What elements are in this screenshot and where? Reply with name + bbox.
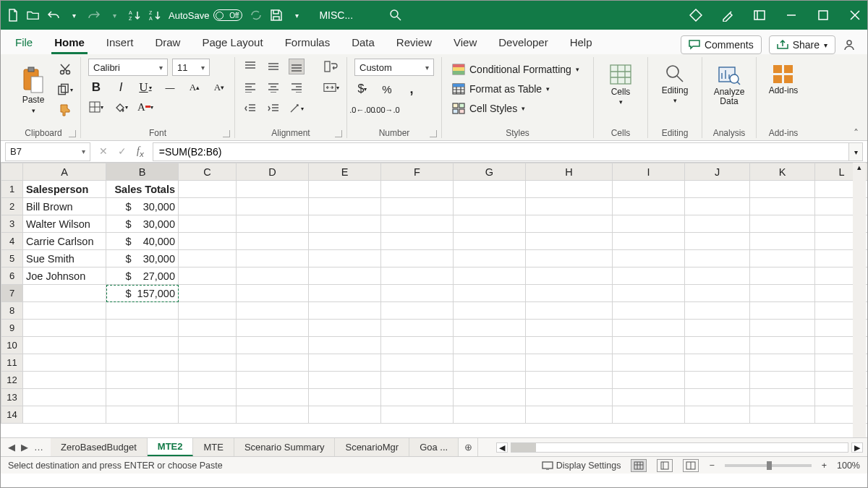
italic-button[interactable]: I xyxy=(113,80,129,95)
orientation-icon[interactable]: ▾ xyxy=(289,100,305,116)
increase-decimal-icon[interactable]: .0←.00 xyxy=(354,102,370,118)
formula-input[interactable] xyxy=(153,142,848,161)
fill-color-button[interactable]: ▾ xyxy=(113,99,129,115)
comments-button[interactable]: Comments xyxy=(681,35,762,54)
decrease-font-icon[interactable]: A▾ xyxy=(211,80,227,95)
sync-icon[interactable] xyxy=(250,9,263,22)
sheet-tab[interactable]: MTE2 xyxy=(148,438,194,456)
font-size-select[interactable]: 11▾ xyxy=(172,59,210,76)
search-icon[interactable] xyxy=(389,9,402,22)
zoom-in-button[interactable]: + xyxy=(822,461,827,471)
close-button[interactable] xyxy=(848,9,861,22)
tab-data[interactable]: Data xyxy=(349,32,378,54)
format-painter-icon[interactable] xyxy=(57,102,73,118)
select-all-corner[interactable] xyxy=(1,163,23,181)
tab-draw[interactable]: Draw xyxy=(152,32,183,54)
font-launcher[interactable] xyxy=(223,130,230,137)
font-name-select[interactable]: Calibri▾ xyxy=(88,59,168,76)
alignment-launcher[interactable] xyxy=(335,130,342,137)
analyze-data-button[interactable]: Analyze Data xyxy=(710,59,749,106)
decrease-decimal-icon[interactable]: .00→.0 xyxy=(379,102,395,118)
share-button[interactable]: Share ▾ xyxy=(769,35,835,54)
sheet-nav-more[interactable]: … xyxy=(34,442,43,453)
underline-button[interactable]: U▾ xyxy=(137,80,153,95)
align-center-icon[interactable] xyxy=(265,80,281,95)
conditional-formatting-button[interactable]: Conditional Formatting▾ xyxy=(449,61,586,77)
new-file-icon[interactable] xyxy=(7,9,20,22)
comma-format-icon[interactable]: , xyxy=(404,81,420,97)
align-top-icon[interactable] xyxy=(242,59,258,74)
horizontal-scrollbar[interactable]: ◀ ▶ xyxy=(482,438,867,456)
tab-formulas[interactable]: Formulas xyxy=(282,32,333,54)
clipboard-launcher[interactable] xyxy=(69,130,76,137)
sheet-tab[interactable]: MTE xyxy=(193,438,234,456)
align-right-icon[interactable] xyxy=(289,80,305,95)
paste-button[interactable]: Paste ▾ xyxy=(14,62,53,114)
wrap-text-icon[interactable] xyxy=(323,59,339,74)
minimize-button[interactable] xyxy=(785,9,798,22)
addins-button[interactable]: Add-ins xyxy=(764,59,803,95)
zoom-slider[interactable] xyxy=(725,464,812,467)
cancel-formula-icon[interactable]: ✕ xyxy=(99,145,108,157)
align-left-icon[interactable] xyxy=(242,80,258,95)
tab-developer[interactable]: Developer xyxy=(495,32,550,54)
number-format-select[interactable]: Custom▾ xyxy=(354,59,434,76)
cell-styles-button[interactable]: Cell Styles▾ xyxy=(449,100,586,116)
normal-view-icon[interactable] xyxy=(631,459,647,472)
increase-indent-icon[interactable] xyxy=(265,100,281,116)
name-box[interactable]: B7▾ xyxy=(5,142,90,161)
sheet-tab[interactable]: Goa ... xyxy=(409,438,459,456)
cells-button[interactable]: Cells▾ xyxy=(601,59,640,106)
editing-button[interactable]: Editing▾ xyxy=(655,59,694,104)
display-settings-button[interactable]: Display Settings xyxy=(542,461,621,471)
tab-review[interactable]: Review xyxy=(393,32,435,54)
ribbon-mode-icon[interactable] xyxy=(753,9,766,22)
expand-formula-bar[interactable]: ▾ xyxy=(848,142,863,161)
user-icon[interactable] xyxy=(843,38,856,51)
undo-more-icon[interactable]: ▾ xyxy=(67,9,80,22)
tab-help[interactable]: Help xyxy=(567,32,595,54)
zoom-out-button[interactable]: − xyxy=(709,461,714,471)
collapse-ribbon-icon[interactable]: ˄ xyxy=(854,127,859,139)
align-middle-icon[interactable] xyxy=(265,59,281,74)
autosave-toggle[interactable]: AutoSave Off xyxy=(169,9,242,21)
tab-page-layout[interactable]: Page Layout xyxy=(199,32,265,54)
vertical-scrollbar[interactable]: ▴ xyxy=(853,163,866,437)
save-icon[interactable] xyxy=(270,9,283,22)
page-layout-view-icon[interactable] xyxy=(657,459,673,472)
undo-icon[interactable] xyxy=(47,9,60,22)
sheet-tab[interactable]: ZeroBasedBudget xyxy=(51,438,148,456)
cut-icon[interactable] xyxy=(57,61,73,77)
tab-insert[interactable]: Insert xyxy=(103,32,137,54)
sheet-tab[interactable]: ScenarioMgr xyxy=(335,438,409,456)
accounting-format-icon[interactable]: $▾ xyxy=(354,81,370,97)
qat-more-icon[interactable]: ▾ xyxy=(290,9,303,22)
insert-function-icon[interactable]: fx xyxy=(137,145,144,158)
sheet-nav-next[interactable]: ▶ xyxy=(21,442,28,453)
font-color-button[interactable]: A▾ xyxy=(137,99,153,115)
sheet-nav-prev[interactable]: ◀ xyxy=(8,442,15,453)
decrease-indent-icon[interactable] xyxy=(242,100,258,116)
page-break-view-icon[interactable] xyxy=(683,459,699,472)
open-file-icon[interactable] xyxy=(27,9,40,22)
increase-font-icon[interactable]: A▴ xyxy=(187,80,203,95)
enter-formula-icon[interactable]: ✓ xyxy=(118,145,127,157)
maximize-button[interactable] xyxy=(817,9,830,22)
sort-asc-icon[interactable]: AZ xyxy=(128,9,141,22)
spreadsheet-grid[interactable]: A B CD EF GH IJ KL 1SalespersonSales Tot… xyxy=(1,163,867,437)
format-as-table-button[interactable]: Format as Table▾ xyxy=(449,81,586,97)
column-headers[interactable]: A B CD EF GH IJ KL xyxy=(1,163,868,181)
zoom-level[interactable]: 100% xyxy=(837,461,860,471)
merge-center-icon[interactable]: ▾ xyxy=(323,80,339,95)
diamond-icon[interactable] xyxy=(689,9,702,22)
align-bottom-icon[interactable] xyxy=(289,59,305,74)
sort-desc-icon[interactable]: ZA xyxy=(148,9,161,22)
redo-more-icon[interactable]: ▾ xyxy=(108,9,121,22)
borders-split[interactable]: — xyxy=(162,80,178,95)
tab-file[interactable]: File xyxy=(12,32,35,54)
copy-icon[interactable]: ▾ xyxy=(57,82,73,98)
tab-view[interactable]: View xyxy=(451,32,480,54)
percent-format-icon[interactable]: % xyxy=(379,81,395,97)
new-sheet-button[interactable]: ⊕ xyxy=(459,438,477,456)
redo-icon[interactable] xyxy=(88,9,101,22)
